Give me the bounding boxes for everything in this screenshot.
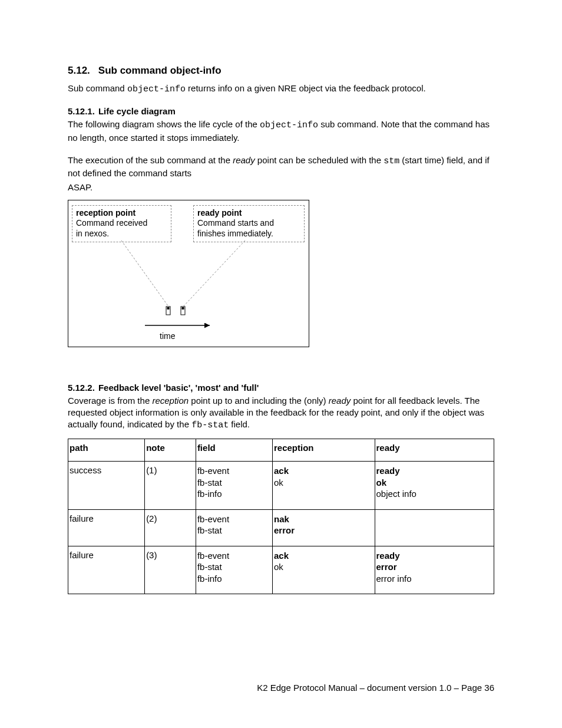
- th-note: note: [145, 439, 196, 462]
- cell-line: ok: [376, 477, 492, 489]
- box-line: Command starts and: [197, 218, 274, 228]
- sub2-para1: Coverage is from the reception point up …: [68, 395, 494, 432]
- table-cell: ackok: [273, 546, 375, 594]
- table-cell: (2): [145, 509, 196, 546]
- diagram-box-ready: ready point Command starts and finishes …: [193, 205, 305, 243]
- emph: reception: [152, 396, 189, 406]
- cell-line: fb-stat: [197, 477, 271, 489]
- th-ready: ready: [375, 439, 494, 462]
- time-label: time: [160, 331, 175, 341]
- table-header-row: path note field reception ready: [68, 439, 494, 462]
- table-cell: failure: [68, 509, 145, 546]
- text: field.: [229, 419, 250, 429]
- cell-line: fb-stat: [197, 561, 271, 573]
- text: The following diagram shows the life cyc…: [68, 119, 260, 129]
- table-cell: readyokobject info: [375, 462, 494, 510]
- cell-line: object info: [376, 488, 492, 500]
- page-footer: K2 Edge Protocol Manual – document versi…: [257, 683, 494, 693]
- cell-line: ack: [274, 465, 373, 477]
- th-field: field: [196, 439, 272, 462]
- cell-line: error: [274, 525, 373, 536]
- cell-line: ready: [376, 550, 492, 562]
- table-cell: readyerrorerror info: [375, 546, 494, 594]
- cell-line: nak: [274, 513, 373, 525]
- subsection-2-heading: 5.12.2.Feedback level 'basic', 'most' an…: [68, 383, 494, 393]
- intro-post: returns info on a given NRE object via t…: [186, 83, 426, 93]
- th-reception: reception: [273, 439, 375, 462]
- sub1-para1: The following diagram shows the life cyc…: [68, 118, 494, 144]
- table-row: failure(2)fb-eventfb-statnakerror: [68, 509, 494, 546]
- svg-line-0: [121, 241, 168, 307]
- svg-rect-4: [181, 307, 185, 315]
- subsection-1-number: 5.12.1.: [68, 106, 95, 116]
- code: fb-stat: [191, 420, 229, 430]
- svg-rect-2: [166, 307, 170, 315]
- cell-line: error: [376, 561, 492, 573]
- th-path: path: [68, 439, 145, 462]
- subsection-1-heading: 5.12.1.Life cycle diagram: [68, 106, 494, 116]
- cell-line: fb-stat: [197, 525, 271, 536]
- table-cell: (1): [145, 462, 196, 510]
- feedback-table: path note field reception ready success(…: [68, 439, 494, 594]
- svg-rect-5: [182, 307, 184, 309]
- table-cell: success: [68, 462, 145, 510]
- intro-paragraph: Sub command object-info returns info on …: [68, 83, 494, 95]
- table-cell: (3): [145, 546, 196, 594]
- box-line: Command received: [76, 218, 147, 228]
- svg-rect-3: [167, 307, 170, 309]
- intro-pre: Sub command: [68, 83, 127, 93]
- code: object-info: [260, 120, 318, 130]
- intro-code: object-info: [127, 84, 186, 94]
- sub1-para2b: ASAP.: [68, 182, 494, 193]
- cell-line: ok: [274, 477, 373, 489]
- diagram-box-reception: reception point Command received in nexo…: [72, 205, 171, 243]
- table-cell: fb-eventfb-statfb-info: [196, 462, 272, 510]
- subsection-1-title: Life cycle diagram: [98, 106, 176, 116]
- table-row: success(1)fb-eventfb-statfb-infoackokrea…: [68, 462, 494, 510]
- section-number: 5.12.: [68, 65, 90, 76]
- box-title: reception point: [76, 208, 135, 218]
- table-row: failure(3)fb-eventfb-statfb-infoackokrea…: [68, 546, 494, 594]
- section-heading: 5.12.Sub command object-info: [68, 65, 494, 77]
- text: The execution of the sub command at the: [68, 155, 233, 165]
- table-cell: nakerror: [273, 509, 375, 546]
- table-cell: ackok: [273, 462, 375, 510]
- cell-line: ready: [376, 465, 492, 477]
- section-title: Sub command object-info: [98, 65, 222, 76]
- cell-line: fb-info: [197, 488, 271, 500]
- text: point up to and including the (only): [189, 396, 329, 406]
- sub1-para2: The execution of the sub command at the …: [68, 154, 494, 180]
- code: stm: [384, 156, 399, 166]
- cell-line: fb-info: [197, 573, 271, 585]
- emph: ready: [329, 396, 351, 406]
- cell-line: ok: [274, 561, 373, 573]
- subsection-2-number: 5.12.2.: [68, 383, 95, 393]
- cell-line: fb-event: [197, 550, 271, 562]
- emph: ready: [233, 155, 255, 165]
- table-cell: failure: [68, 546, 145, 594]
- box-title: ready point: [197, 208, 242, 218]
- cell-line: fb-event: [197, 465, 271, 477]
- text: Coverage is from the: [68, 396, 152, 406]
- svg-line-1: [183, 241, 245, 307]
- lifecycle-diagram: reception point Command received in nexo…: [68, 200, 309, 347]
- box-line: in nexos.: [76, 229, 109, 238]
- table-cell: fb-eventfb-statfb-info: [196, 546, 272, 594]
- subsection-2-title: Feedback level 'basic', 'most' and 'full…: [98, 383, 259, 393]
- table-cell: [375, 509, 494, 546]
- cell-line: fb-event: [197, 513, 271, 525]
- cell-line: ack: [274, 550, 373, 562]
- table-cell: fb-eventfb-stat: [196, 509, 272, 546]
- cell-line: error info: [376, 573, 492, 585]
- box-line: finishes immediately.: [197, 229, 273, 238]
- text: point can be scheduled with the: [255, 155, 384, 165]
